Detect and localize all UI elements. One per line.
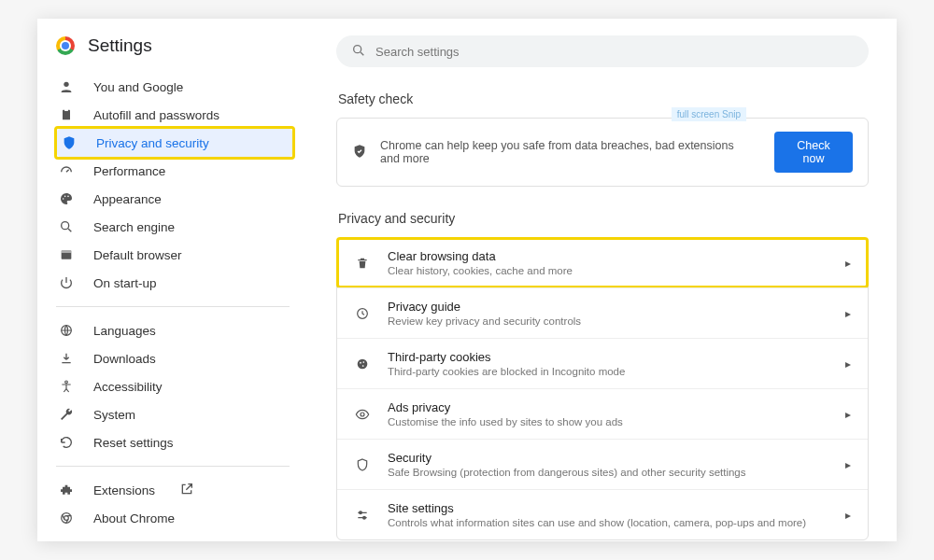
sidebar-item-on-startup[interactable]: On start-up [54,269,295,297]
chrome-outline-icon [58,511,75,525]
svg-point-3 [63,198,64,200]
cookie-icon [354,357,371,371]
svg-point-13 [354,45,361,52]
safety-section-title: Safety check [338,91,867,106]
power-icon [58,275,75,290]
globe-icon [58,323,75,338]
shield-icon [61,135,78,150]
svg-point-17 [362,361,364,363]
svg-point-15 [358,358,368,369]
sidebar-item-label: Performance [93,164,165,178]
row-subtitle: Third-party cookies are blocked in Incog… [388,366,828,377]
shield-check-icon [352,144,367,161]
svg-point-0 [64,82,68,87]
settings-window: Settings You and Google Autofill and pas… [37,19,897,541]
sidebar-item-system[interactable]: System [54,400,295,428]
sidebar-item-label: Downloads [93,352,156,366]
sidebar-item-appearance[interactable]: Appearance [54,185,295,213]
palette-icon [58,191,75,206]
main-content: Search settings Safety check full screen… [308,19,897,541]
svg-point-4 [64,196,66,198]
sidebar-item-label: Extensions [93,483,155,497]
row-title: Privacy guide [388,300,828,314]
row-title: Clear browsing data [388,249,828,263]
sidebar-item-downloads[interactable]: Downloads [54,344,295,372]
row-ads-privacy[interactable]: Ads privacy Customise the info used by s… [337,388,868,439]
sliders-icon [354,508,371,523]
sidebar-item-extensions[interactable]: Extensions [54,476,295,504]
page-title: Settings [88,35,152,56]
chevron-right-icon: ▸ [845,408,851,421]
row-privacy-guide[interactable]: Privacy guide Review key privacy and sec… [337,287,868,338]
sidebar-item-accessibility[interactable]: Accessibility [54,372,295,400]
nav-secondary: Languages Downloads Accessibility System… [37,316,308,456]
sidebar-item-privacy[interactable]: Privacy and security [57,129,292,157]
sidebar-item-languages[interactable]: Languages [54,316,295,344]
download-icon [58,351,75,366]
chevron-right-icon: ▸ [845,307,851,320]
open-in-new-icon [179,482,194,499]
safety-card: full screen Snip Chrome can help keep yo… [336,118,869,187]
nav-primary: You and Google Autofill and passwords Pr… [37,73,308,297]
person-icon [58,79,75,94]
sidebar-item-label: Autofill and passwords [93,108,219,122]
svg-rect-8 [62,250,72,253]
row-title: Third-party cookies [388,350,828,364]
wrench-icon [58,407,75,422]
sidebar-item-label: Languages [93,324,156,338]
chevron-right-icon: ▸ [845,458,851,471]
sidebar-item-search-engine[interactable]: Search engine [54,213,295,241]
trash-icon [354,256,371,271]
header: Settings [37,35,308,73]
row-security[interactable]: Security Safe Browsing (protection from … [337,439,868,489]
sidebar-item-label: System [93,408,135,422]
sidebar-item-about[interactable]: About Chrome [54,504,295,532]
search-icon [58,219,75,234]
sidebar-item-label: Appearance [93,192,162,206]
svg-point-20 [360,511,362,514]
compass-icon [354,306,371,321]
svg-rect-1 [63,110,70,120]
privacy-list: Clear browsing data Clear history, cooki… [336,237,869,540]
row-title: Security [388,451,828,465]
svg-point-21 [363,516,366,519]
row-site-settings[interactable]: Site settings Controls what information … [337,489,868,539]
sidebar-item-performance[interactable]: Performance [54,157,295,185]
row-subtitle: Controls what information sites can use … [388,517,828,528]
sidebar-item-autofill[interactable]: Autofill and passwords [54,101,295,129]
chevron-right-icon: ▸ [845,509,851,522]
sidebar: Settings You and Google Autofill and pas… [37,19,308,541]
search-input[interactable]: Search settings [336,35,869,67]
sidebar-item-reset[interactable]: Reset settings [54,428,295,456]
snip-badge: full screen Snip [672,107,746,121]
sidebar-item-label: On start-up [93,276,157,290]
nav-footer: Extensions About Chrome [37,476,308,532]
row-third-party-cookies[interactable]: Third-party cookies Third-party cookies … [337,338,868,388]
chrome-logo-icon [56,36,75,55]
check-now-button[interactable]: Check now [774,132,853,173]
extension-icon [58,483,75,497]
speedometer-icon [58,163,75,178]
svg-rect-2 [64,108,68,111]
nav-divider [56,466,290,467]
browser-icon [58,247,75,262]
sidebar-item-default-browser[interactable]: Default browser [54,241,295,269]
row-clear-browsing-data[interactable]: Clear browsing data Clear history, cooki… [337,238,868,287]
sidebar-item-label: Search engine [93,220,175,234]
svg-point-18 [362,365,364,367]
chevron-right-icon: ▸ [845,357,851,371]
accessibility-icon [58,379,75,394]
chevron-right-icon: ▸ [845,257,851,270]
sidebar-item-label: About Chrome [93,511,175,525]
clipboard-icon [58,107,75,122]
row-title: Site settings [388,501,828,515]
reset-icon [58,435,75,450]
sidebar-item-label: Reset settings [93,436,174,450]
row-subtitle: Safe Browsing (protection from dangerous… [388,467,828,478]
row-subtitle: Review key privacy and security controls [388,315,828,327]
sidebar-item-you-and-google[interactable]: You and Google [54,73,295,101]
row-subtitle: Clear history, cookies, cache and more [388,265,828,276]
search-placeholder: Search settings [375,45,460,59]
shield-outline-icon [354,457,371,472]
svg-point-6 [62,222,69,230]
